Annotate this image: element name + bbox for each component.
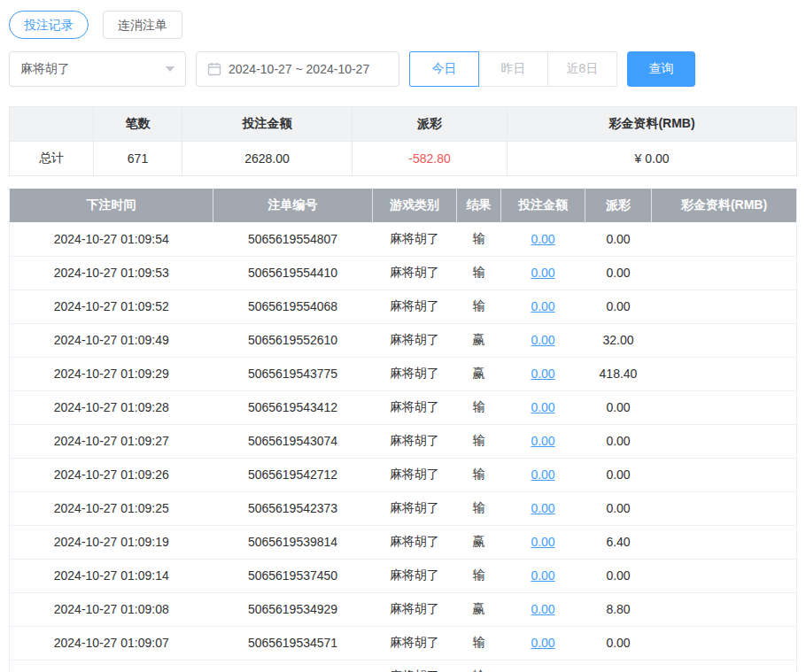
cell-bet-time: 2024-10-27 01:09:07 xyxy=(10,626,213,660)
cell-order-number: 5065619554807 xyxy=(213,222,373,256)
cell-game-type: 麻将胡了 xyxy=(373,323,457,357)
cell-bet-amount: 0.00 xyxy=(501,290,585,323)
cell-jackpot xyxy=(652,660,797,672)
summary-total-row: 总计 671 2628.00 -582.80 ¥ 0.00 xyxy=(10,142,797,176)
cell-jackpot xyxy=(652,491,797,525)
cell-jackpot xyxy=(652,626,797,660)
game-select-value: 麻将胡了 xyxy=(20,61,70,77)
cell-order-number: 5065619534184 xyxy=(213,660,373,672)
cell-game-type: 麻将胡了 xyxy=(373,424,457,458)
cell-payout: 0.00 xyxy=(585,390,652,424)
filter-bar: 麻将胡了 2024-10-27 ~ 2024-10-27 今日 昨日 近8日 查… xyxy=(9,51,797,87)
cell-result: 赢 xyxy=(457,525,501,559)
cell-payout: 6.40 xyxy=(585,525,652,559)
cell-bet-amount: 0.00 xyxy=(501,592,585,626)
bet-amount-link[interactable]: 0.00 xyxy=(531,400,554,414)
cell-bet-time: 2024-10-27 01:09:25 xyxy=(10,491,213,525)
cell-result: 输 xyxy=(457,256,501,290)
cell-result: 输 xyxy=(457,660,501,672)
table-row: 2024-10-27 01:09:145065619537450麻将胡了输0.0… xyxy=(10,559,797,592)
cell-jackpot xyxy=(652,592,797,626)
quick-btn-yesterday[interactable]: 昨日 xyxy=(478,51,548,87)
cell-order-number: 5065619534571 xyxy=(213,626,373,660)
summary-total-jackpot: ¥ 0.00 xyxy=(508,142,797,176)
cell-bet-time: 2024-10-27 01:09:28 xyxy=(10,390,213,424)
cell-payout: 0.00 xyxy=(585,660,652,672)
cell-order-number: 5065619542373 xyxy=(213,491,373,525)
date-range-picker[interactable]: 2024-10-27 ~ 2024-10-27 xyxy=(196,51,399,87)
summary-total-label: 总计 xyxy=(10,142,94,176)
bet-amount-link[interactable]: 0.00 xyxy=(531,333,554,347)
cell-result: 输 xyxy=(457,626,501,660)
col-header-result: 结果 xyxy=(457,189,501,222)
quick-date-buttons: 今日 昨日 近8日 xyxy=(409,51,617,87)
quick-btn-last8days[interactable]: 近8日 xyxy=(547,51,617,87)
bet-amount-link[interactable]: 0.00 xyxy=(531,535,554,549)
cell-jackpot xyxy=(652,424,797,458)
summary-header-jackpot: 彩金资料(RMB) xyxy=(508,107,797,142)
cell-order-number: 5065619554068 xyxy=(213,290,373,323)
cell-bet-amount: 0.00 xyxy=(501,424,585,458)
cell-game-type: 麻将胡了 xyxy=(373,559,457,592)
quick-btn-today[interactable]: 今日 xyxy=(409,51,479,87)
cell-order-number: 5065619543074 xyxy=(213,424,373,458)
cell-jackpot xyxy=(652,290,797,323)
table-row: 2024-10-27 01:09:535065619554410麻将胡了输0.0… xyxy=(10,256,797,290)
cell-bet-time: 2024-10-27 01:09:52 xyxy=(10,290,213,323)
cell-payout: 0.00 xyxy=(585,458,652,491)
cell-game-type: 麻将胡了 xyxy=(373,660,457,672)
cell-bet-amount: 0.00 xyxy=(501,323,585,357)
bet-amount-link[interactable]: 0.00 xyxy=(531,299,554,313)
cell-result: 赢 xyxy=(457,592,501,626)
chevron-down-icon xyxy=(166,66,174,72)
cell-payout: 32.00 xyxy=(585,323,652,357)
betting-records-page: 投注记录 连消注单 麻将胡了 2024-10-27 ~ 2024-10-27 今… xyxy=(0,0,806,672)
cell-game-type: 麻将胡了 xyxy=(373,256,457,290)
cell-result: 输 xyxy=(457,424,501,458)
bet-amount-link[interactable]: 0.00 xyxy=(531,367,554,381)
cell-payout: 0.00 xyxy=(585,559,652,592)
summary-header-bet-amount: 投注金额 xyxy=(182,107,353,142)
cell-bet-amount: 0.00 xyxy=(501,458,585,491)
cell-game-type: 麻将胡了 xyxy=(373,458,457,491)
cell-order-number: 5065619542712 xyxy=(213,458,373,491)
table-row: 2024-10-27 01:09:525065619554068麻将胡了输0.0… xyxy=(10,290,797,323)
records-table: 下注时间注单编号游戏类别结果投注金额派彩彩金资料(RMB) 2024-10-27… xyxy=(9,189,797,672)
table-row: 2024-10-27 01:09:265065619542712麻将胡了输0.0… xyxy=(10,458,797,491)
tab-betting-records[interactable]: 投注记录 xyxy=(9,11,89,39)
search-button[interactable]: 查询 xyxy=(627,51,695,87)
col-header-payout: 派彩 xyxy=(585,189,652,222)
cell-jackpot xyxy=(652,256,797,290)
bet-amount-link[interactable]: 0.00 xyxy=(531,266,554,280)
cell-bet-amount: 0.00 xyxy=(501,256,585,290)
cell-jackpot xyxy=(652,559,797,592)
bet-amount-link[interactable]: 0.00 xyxy=(531,636,554,650)
cell-game-type: 麻将胡了 xyxy=(373,357,457,390)
summary-header-payout: 派彩 xyxy=(353,107,508,142)
cell-order-number: 5065619543775 xyxy=(213,357,373,390)
bet-amount-link[interactable]: 0.00 xyxy=(531,501,554,515)
cell-bet-time: 2024-10-27 01:09:14 xyxy=(10,559,213,592)
cell-bet-amount: 0.00 xyxy=(501,525,585,559)
records-table-body: 2024-10-27 01:09:545065619554807麻将胡了输0.0… xyxy=(10,222,797,672)
cell-payout: 8.80 xyxy=(585,592,652,626)
cell-jackpot xyxy=(652,525,797,559)
table-row: 2024-10-27 01:09:495065619552610麻将胡了赢0.0… xyxy=(10,323,797,357)
bet-amount-link[interactable]: 0.00 xyxy=(531,232,554,246)
cell-bet-time: 2024-10-27 01:09:53 xyxy=(10,256,213,290)
col-header-bet-time: 下注时间 xyxy=(10,189,213,222)
cell-bet-time: 2024-10-27 01:09:08 xyxy=(10,592,213,626)
bet-amount-link[interactable]: 0.00 xyxy=(531,434,554,448)
bet-amount-link[interactable]: 0.00 xyxy=(531,568,554,583)
cell-bet-time: 2024-10-27 01:09:19 xyxy=(10,525,213,559)
summary-total-payout: -582.80 xyxy=(353,142,508,176)
game-select[interactable]: 麻将胡了 xyxy=(9,51,186,87)
bet-amount-link[interactable]: 0.00 xyxy=(531,602,554,616)
cell-order-number: 5065619537450 xyxy=(213,559,373,592)
tab-cancelled-orders[interactable]: 连消注单 xyxy=(103,11,182,39)
summary-header-count: 笔数 xyxy=(94,107,182,142)
cell-jackpot xyxy=(652,458,797,491)
col-header-jackpot: 彩金资料(RMB) xyxy=(652,189,797,222)
cell-jackpot xyxy=(652,357,797,390)
bet-amount-link[interactable]: 0.00 xyxy=(531,467,554,482)
